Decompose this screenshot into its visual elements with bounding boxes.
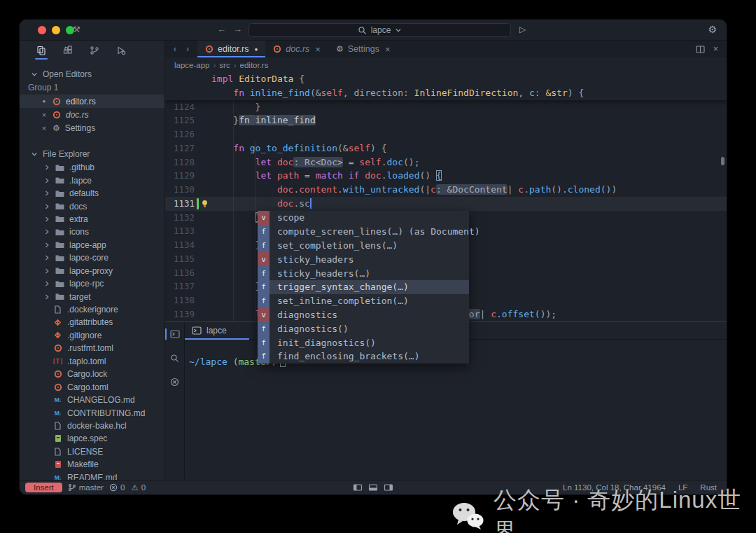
code-line[interactable]: 1130 doc.content.with_untracked(|c: &Doc… [165,183,727,197]
explorer-file[interactable]: .rustfmt.toml [20,342,164,354]
breadcrumb-part[interactable]: editor.rs [240,61,269,69]
explorer-folder[interactable]: .lapce [20,174,164,186]
open-editor-item[interactable]: ×doc.rs [20,108,164,121]
breadcrumb-part[interactable]: src [219,61,230,69]
close-icon[interactable]: × [41,111,48,119]
explorer-file[interactable]: LICENSE [20,445,164,458]
explorer-file[interactable]: M↓README.md [20,471,164,480]
completion-item[interactable]: vscope [258,211,469,225]
explorer-folder[interactable]: lapce-app [20,239,164,251]
panel-bottom-toggle-icon[interactable] [369,484,378,491]
close-circle-icon[interactable] [168,375,182,388]
watermark-text: 公众号 · 奇妙的Linux世界 [493,485,756,533]
code-line[interactable]: 1128 let doc: Rc<Doc> = self.doc(); [165,155,727,169]
panel-right-toggle-icon[interactable] [384,484,393,491]
files-icon[interactable] [34,43,49,58]
back-arrow-icon[interactable]: ← [217,24,226,34]
terminal-icon[interactable] [168,328,182,340]
explorer-folder[interactable]: icons [20,226,164,238]
folder-icon [55,267,64,275]
run-button[interactable]: ▷ [519,25,526,34]
code-line[interactable]: 1125 }fn inline_find [165,113,727,127]
close-icon[interactable]: × [315,44,321,55]
explorer-file[interactable]: [T].taplo.toml [20,355,164,368]
completion-item[interactable]: fcompute_screen_lines(…) (as Document) [258,225,469,239]
sticky-code-line[interactable]: impl EditorData { [165,72,727,86]
breadcrumb[interactable]: lapce-app›src›editor.rs [165,57,727,72]
minimize-window-button[interactable] [52,26,60,34]
explorer-file[interactable]: .dockerignore [20,303,164,316]
completion-item[interactable]: fsticky_headers(…) [258,266,469,280]
tab-back-icon[interactable]: ‹ [174,44,176,54]
tab-Settings[interactable]: ⚙Settings× [328,41,398,57]
panel-left-toggle-icon[interactable] [354,484,363,491]
explorer-folder[interactable]: lapce-proxy [20,265,164,277]
tab-editor.rs[interactable]: editor.rs● [197,41,265,57]
code-line[interactable]: 1126 [165,127,727,141]
explorer-file[interactable]: Cargo.lock [20,368,164,380]
completion-item[interactable]: fdiagnostics() [258,321,469,335]
modified-dot-icon: ● [41,98,48,104]
code-line[interactable]: 1127 fn go_to_definition(&self) { [165,141,727,155]
close-icon[interactable]: × [41,124,48,132]
code-line[interactable]: 1124 } [165,100,727,114]
completion-item[interactable]: finit_diagnostics() [258,335,469,349]
settings-gear-icon[interactable]: ⚙ [708,24,717,35]
forward-arrow-icon[interactable]: → [233,24,242,34]
search-icon[interactable] [168,352,182,364]
explorer-file[interactable]: .gitignore [20,329,164,342]
explorer-folder[interactable]: target [20,290,164,303]
code-line[interactable]: 1131 doc.sc [165,197,727,211]
command-palette-input[interactable]: lapce [248,23,511,37]
explorer-file[interactable]: Makefile [20,458,164,471]
breadcrumb-separator: › [234,61,237,69]
open-editor-item[interactable]: ×⚙Settings [20,121,164,134]
toml-icon: [T] [53,358,62,365]
editor-group-label: Group 1 [20,81,164,95]
explorer-folder[interactable]: docs [20,200,164,212]
explorer-folder[interactable]: .github [20,161,164,174]
explorer-file[interactable]: lapce.spec [20,432,164,445]
source-control-icon[interactable] [87,43,102,58]
tab-doc.rs[interactable]: doc.rs× [265,41,328,57]
explorer-folder[interactable]: extra [20,213,164,226]
explorer-folder[interactable]: lapce-core [20,251,164,264]
open-editors-header[interactable]: Open Editors [20,67,164,81]
close-window-button[interactable] [38,26,46,34]
code-line[interactable]: 1129 let path = match if doc.loaded() { [165,169,727,183]
close-icon[interactable]: × [713,44,718,54]
completion-item[interactable]: vsticky_headers [258,252,469,266]
explorer-file[interactable]: .gitattributes [20,316,164,328]
mode-badge[interactable]: Insert [25,483,62,492]
explorer-file[interactable]: Cargo.toml [20,380,164,393]
explorer-folder[interactable]: defaults [20,187,164,200]
explorer-folder[interactable]: lapce-rpc [20,277,164,290]
scrollbar-thumb[interactable] [721,157,724,165]
completion-item[interactable]: vdiagnostics [258,308,469,322]
debug-icon[interactable] [113,43,129,58]
close-icon[interactable]: × [385,44,391,55]
completion-item[interactable]: ffind_enclosing_brackets(…) [258,349,469,364]
extensions-icon[interactable] [60,43,76,58]
completion-item[interactable]: fset_completion_lens(…) [258,239,469,253]
diagnostics-indicator[interactable]: 0 ⚠ 0 [109,483,146,492]
search-icon [358,26,367,35]
rust-icon [53,383,62,392]
terminal-tab[interactable]: lapce [185,322,249,339]
completion-item[interactable]: fset_inline_completion(…) [258,294,469,308]
explorer-file[interactable]: M↓CONTRIBUTING.md [20,406,164,419]
file-explorer-header[interactable]: File Explorer [20,147,164,161]
breadcrumb-part[interactable]: lapce-app [174,61,210,69]
file-name: docker-bake.hcl [67,421,127,431]
open-editor-item[interactable]: ●editor.rs [20,95,164,108]
explorer-file[interactable]: docker-bake.hcl [20,420,164,432]
rust-icon [273,45,281,53]
chevron-right-icon [43,280,50,287]
completion-item[interactable]: ftrigger_syntax_change(…) [258,280,469,294]
sticky-code-line[interactable]: fn inline_find(&self, direction: InlineF… [165,86,727,100]
tab-forward-icon[interactable]: › [186,44,189,54]
git-branch-indicator[interactable]: master [68,483,104,492]
lightbulb-icon[interactable] [201,200,209,208]
split-editor-icon[interactable] [696,46,705,53]
explorer-file[interactable]: M↓CHANGELOG.md [20,394,164,406]
